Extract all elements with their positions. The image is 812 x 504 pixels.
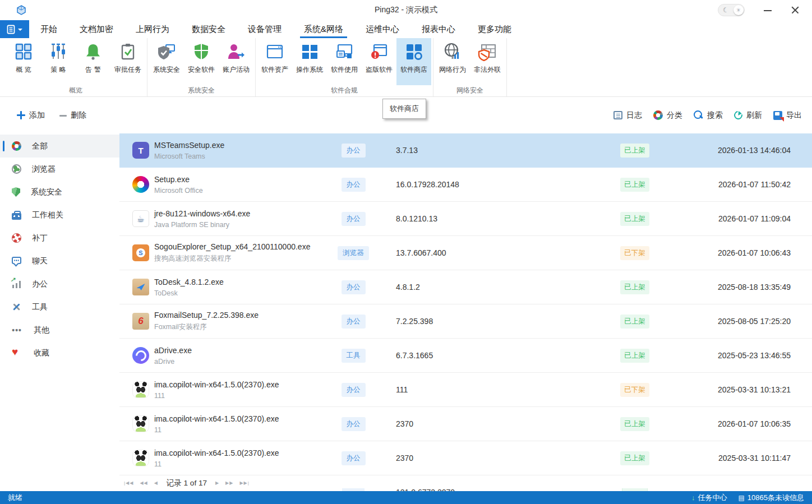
unread-messages-button[interactable]: ▤ 10865条未读信息: [739, 493, 805, 503]
approval-tasks-icon: [118, 42, 137, 61]
ribbon-group-software-compliance: 软件资产 操作系统 软件使用 盗版软件 软件商店: [256, 38, 433, 96]
tab-start[interactable]: 开始: [29, 20, 68, 38]
app-filename: ima.copilot-win-x64-1.5.0(2370).exe: [154, 414, 328, 423]
prev-page-icon[interactable]: [154, 480, 158, 485]
titlebar: Ping32 - 演示模式 ☾ ☀: [0, 0, 812, 20]
sidebar-item-tools[interactable]: 工具: [0, 295, 119, 318]
theme-toggle[interactable]: ☾ ☀: [718, 4, 745, 16]
file-menu-button[interactable]: [0, 20, 29, 38]
table-row[interactable]: FoxmailSetup_7.2.25.398.exe Foxmail安装程序 …: [119, 304, 812, 339]
delete-button[interactable]: 删除: [59, 110, 86, 121]
status-badge: 已上架: [620, 417, 649, 431]
ribbon-btn-pirated-software[interactable]: 盗版软件: [362, 38, 396, 85]
sidebar-item-favorites[interactable]: 收藏: [0, 341, 119, 364]
status-badge: 已上架: [620, 315, 649, 329]
tab-device-mgmt[interactable]: 设备管理: [237, 20, 293, 38]
last-page-icon[interactable]: [239, 480, 249, 485]
table-row[interactable]: ima.copilot-win-x64-1.5.0(2370).exe 11 办…: [119, 441, 812, 475]
ribbon-btn-account-activity[interactable]: 账户活动: [219, 38, 253, 85]
app-version: 2370: [379, 454, 604, 463]
fast-prev-page-icon[interactable]: [140, 480, 147, 485]
sidebar-item-all[interactable]: 全部: [0, 135, 119, 158]
ribbon-btn-illegal-connection[interactable]: 非法外联: [470, 38, 505, 85]
ribbon-btn-policy[interactable]: 策 略: [41, 38, 76, 85]
status-badge: 已下架: [620, 246, 649, 260]
table-row[interactable]: aDrive.exe aDrive 工具 6.7.3.1665 已上架 2025…: [119, 339, 812, 373]
sun-icon: ☀: [733, 5, 744, 15]
first-page-icon[interactable]: [124, 480, 133, 485]
tools-icon: [12, 302, 21, 312]
app-filename: MSTeamsSetup.exe: [154, 141, 328, 150]
table-row[interactable]: SogouExplorer_Setup_x64_2100110000.exe 搜…: [119, 236, 812, 270]
fast-next-page-icon[interactable]: [225, 480, 233, 485]
app-product-name: Microsoft Teams: [154, 152, 328, 160]
security-software-icon: [192, 42, 211, 61]
tab-system-network[interactable]: 系统&网络: [293, 20, 354, 38]
sidebar-item-office[interactable]: 办公: [0, 272, 119, 295]
sidebar-item-other[interactable]: 其他: [0, 318, 119, 341]
app-version: 16.0.17928.20148: [379, 180, 604, 189]
ribbon-btn-overview[interactable]: 概 览: [6, 38, 41, 85]
app-product-name: Microsoft Office: [154, 187, 328, 195]
tab-more-features[interactable]: 更多功能: [467, 20, 523, 38]
app-product-name: Foxmail安装程序: [154, 322, 328, 332]
app-filename: ima.copilot-win-x64-1.5.0(2370).exe: [154, 448, 328, 457]
task-center-button[interactable]: ↓ 任务中心: [691, 493, 727, 503]
app-filename: ToDesk_4.8.1.2.exe: [154, 278, 328, 286]
plus-icon: [17, 111, 25, 119]
record-count-label: 记录 1 of 17: [167, 478, 207, 488]
add-button[interactable]: 添加: [17, 110, 45, 121]
ribbon-btn-software-assets[interactable]: 软件资产: [257, 38, 292, 85]
app-icon: [132, 450, 149, 466]
table-row[interactable]: MSTeamsSetup.exe Microsoft Teams 办公 3.7.…: [119, 133, 812, 168]
sidebar-item-work-related[interactable]: 工作相关: [0, 204, 119, 226]
log-button[interactable]: 日志: [613, 110, 642, 121]
ribbon-btn-approval-tasks[interactable]: 审批任务: [110, 38, 145, 85]
table-row[interactable]: ima.copilot-win-x64-1.5.0(2370).exe 11 办…: [119, 407, 812, 441]
next-page-icon[interactable]: [215, 480, 219, 485]
ribbon-btn-operating-system[interactable]: 操作系统: [292, 38, 327, 85]
ribbon-btn-security-software[interactable]: 安全软件: [184, 38, 219, 85]
table-row[interactable]: ima.copilot-win-x64-1.5.0(2370).exe 111 …: [119, 373, 812, 407]
sidebar-item-chat[interactable]: 聊天: [0, 249, 119, 272]
ribbon-btn-network-behavior[interactable]: 网络行为: [435, 38, 470, 85]
sidebar-item-system-security[interactable]: 系统安全: [0, 181, 119, 204]
tab-data-security[interactable]: 数据安全: [181, 20, 237, 38]
table-row[interactable]: ToDesk_4.8.1.2.exe ToDesk 办公 4.8.1.2 已上架…: [119, 270, 812, 304]
export-button[interactable]: 导出: [773, 110, 802, 121]
tab-doc-encryption[interactable]: 文档加密: [68, 20, 124, 38]
category-tag: 办公: [342, 212, 366, 226]
refresh-button[interactable]: 刷新: [734, 110, 762, 121]
status-ready-label: 就绪: [8, 493, 22, 503]
ribbon-group-label: 网络安全: [435, 85, 505, 96]
tab-report-center[interactable]: 报表中心: [410, 20, 467, 38]
app-product-name: 搜狗高速浏览器安装程序: [154, 254, 328, 263]
sidebar-item-browser[interactable]: 浏览器: [0, 158, 119, 181]
category-tag: 办公: [342, 383, 366, 397]
app-icon: [132, 347, 149, 364]
category-button[interactable]: 分类: [653, 110, 682, 121]
tab-web-behavior[interactable]: 上网行为: [124, 20, 181, 38]
minus-icon: [59, 112, 67, 119]
close-button[interactable]: [791, 6, 800, 15]
system-security-icon: [157, 42, 176, 61]
table-row[interactable]: jre-8u121-windows-x64.exe Java Platform …: [119, 202, 812, 236]
pirated-software-icon: [370, 42, 389, 61]
app-product-name: 11: [154, 460, 328, 468]
ribbon-group-label: 系统安全: [149, 85, 253, 96]
status-badge: 已上架: [620, 280, 649, 294]
alert-bell-icon: [84, 42, 103, 61]
ribbon-group-label: 概览: [6, 85, 145, 96]
search-button[interactable]: 搜索: [694, 110, 723, 121]
shelf-date: 2026-01-07 10:06:35: [718, 419, 812, 428]
ribbon-btn-software-usage[interactable]: 软件使用: [327, 38, 362, 85]
minimize-button[interactable]: [764, 6, 772, 14]
sidebar-item-patch[interactable]: 补丁: [0, 226, 119, 249]
category-tag: 办公: [342, 417, 366, 431]
ribbon-btn-system-security[interactable]: 系统安全: [149, 38, 184, 85]
app-icon: [132, 279, 149, 295]
ribbon-btn-alerts[interactable]: 告 警: [76, 38, 110, 85]
tab-ops-center[interactable]: 运维中心: [354, 20, 410, 38]
table-row[interactable]: Setup.exe Microsoft Office 办公 16.0.17928…: [119, 168, 812, 202]
ribbon-btn-software-store[interactable]: 软件商店: [396, 38, 431, 85]
